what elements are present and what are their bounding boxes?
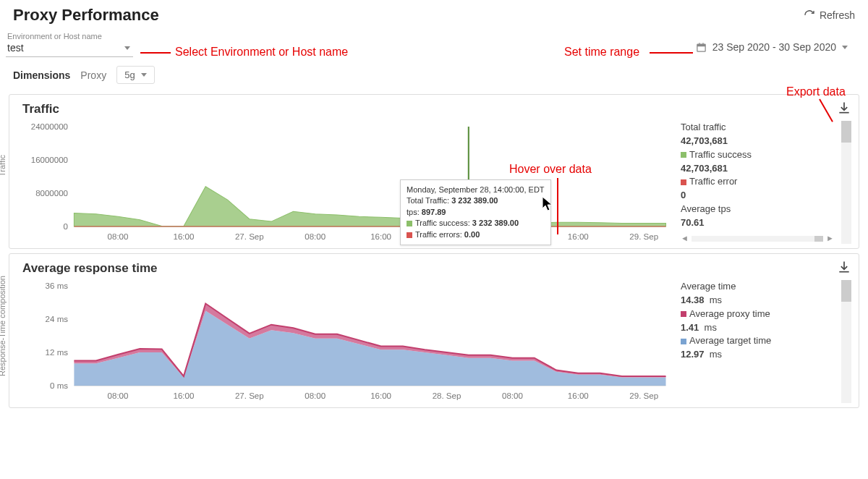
svg-text:16:00: 16:00	[173, 232, 194, 241]
svg-text:29. Sep: 29. Sep	[629, 232, 658, 241]
traffic-card: Traffic Traffic 080000001600000024000000…	[9, 94, 859, 249]
traffic-chart[interactable]: Traffic 08000000160000002400000008:0016:…	[21, 121, 673, 244]
annotation-export: Export data	[786, 85, 846, 98]
dimensions-label: Dimensions	[13, 69, 70, 81]
traffic-y-label: Traffic	[0, 155, 7, 177]
proxy-select[interactable]: 5g	[116, 66, 154, 84]
chevron-down-icon	[141, 73, 147, 77]
env-select-value: test	[7, 42, 24, 54]
svg-text:16:00: 16:00	[370, 232, 391, 241]
chevron-down-icon	[842, 46, 848, 49]
traffic-tooltip: Monday, September 28, 14:00:00, EDT Tota…	[400, 179, 551, 245]
svg-text:16000000: 16000000	[31, 156, 68, 164]
annotation-date: Set time range	[564, 46, 639, 59]
svg-rect-1	[697, 44, 705, 46]
refresh-label: Refresh	[820, 9, 855, 21]
chevron-down-icon	[124, 46, 130, 50]
svg-text:27. Sep: 27. Sep	[235, 232, 264, 241]
svg-text:27. Sep: 27. Sep	[235, 391, 264, 400]
response-card: Average response time Response-Time comp…	[9, 253, 859, 408]
refresh-button[interactable]: Refresh	[804, 9, 855, 21]
response-legend: Average time 14.38 ms Average proxy time…	[681, 280, 847, 403]
svg-text:08:00: 08:00	[108, 391, 129, 400]
legend-h-scroll[interactable]: ◄►	[681, 233, 847, 245]
legend-scrollbar[interactable]	[841, 280, 851, 403]
export-button[interactable]	[837, 260, 851, 277]
env-field-label: Environment or Host name	[7, 32, 133, 41]
response-chart[interactable]: Response-Time composition 0 ms12 ms24 ms…	[21, 280, 673, 403]
date-range-value: 23 Sep 2020 - 30 Sep 2020	[712, 41, 836, 53]
response-y-label: Response-Time composition	[0, 276, 7, 376]
annotation-line	[140, 52, 171, 54]
svg-text:29. Sep: 29. Sep	[629, 391, 658, 400]
svg-text:36 ms: 36 ms	[46, 281, 69, 290]
svg-text:16:00: 16:00	[173, 391, 194, 400]
traffic-title: Traffic	[22, 102, 847, 116]
svg-text:08:00: 08:00	[305, 232, 326, 241]
export-button[interactable]	[837, 101, 851, 118]
annotation-env: Select Environment or Host name	[175, 46, 348, 59]
svg-text:24 ms: 24 ms	[46, 315, 69, 323]
svg-text:0: 0	[64, 222, 68, 231]
refresh-icon	[804, 9, 815, 21]
calendar-icon	[696, 42, 707, 53]
download-icon	[837, 101, 851, 115]
svg-text:0 ms: 0 ms	[50, 381, 68, 390]
response-title: Average response time	[22, 261, 847, 276]
annotation-hover: Hover over data	[509, 163, 592, 176]
svg-text:08:00: 08:00	[305, 391, 326, 400]
svg-text:12 ms: 12 ms	[46, 348, 69, 357]
svg-text:08:00: 08:00	[108, 232, 129, 241]
svg-text:28. Sep: 28. Sep	[433, 391, 461, 400]
svg-text:16:00: 16:00	[568, 232, 589, 241]
dimensions-proxy-label: Proxy	[80, 69, 106, 81]
annotation-line	[557, 178, 558, 234]
svg-text:8000000: 8000000	[35, 189, 68, 198]
svg-text:16:00: 16:00	[568, 391, 589, 400]
download-icon	[837, 260, 851, 274]
proxy-select-value: 5g	[124, 69, 135, 80]
svg-text:24000000: 24000000	[31, 122, 68, 131]
svg-text:08:00: 08:00	[502, 391, 523, 400]
annotation-line	[650, 52, 693, 54]
legend-scrollbar[interactable]	[841, 121, 851, 244]
page-title: Proxy Performance	[13, 6, 159, 25]
traffic-legend: Total traffic 42,703,681 Traffic success…	[681, 121, 847, 244]
env-select[interactable]: test	[6, 41, 133, 57]
date-range-picker[interactable]: 23 Sep 2020 - 30 Sep 2020	[689, 37, 855, 57]
svg-text:16:00: 16:00	[370, 391, 391, 400]
